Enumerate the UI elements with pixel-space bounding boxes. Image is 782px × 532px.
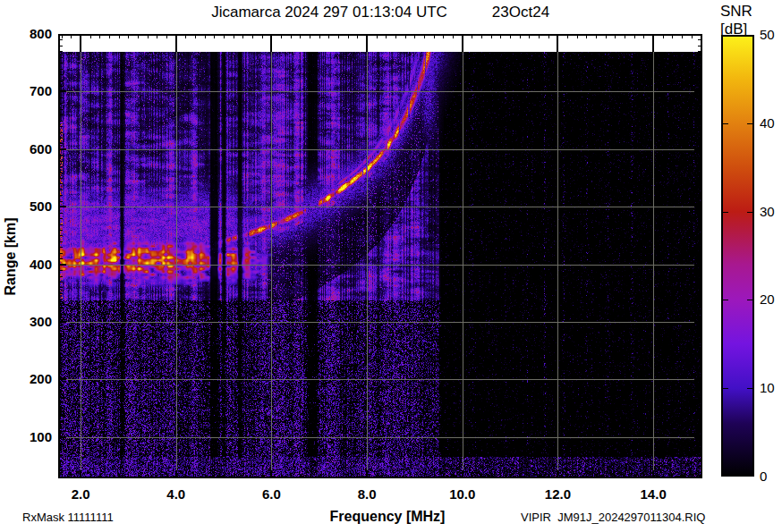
colorbar-tick-label: 40	[760, 115, 775, 131]
y-tick-label: 600	[0, 141, 52, 156]
rx-mask-label: RxMask 11111111	[22, 511, 114, 524]
x-tick-label: 12.0	[545, 486, 571, 502]
colorbar-tick-label: 0	[760, 469, 767, 484]
snr-colorbar	[721, 35, 754, 477]
file-name-label: VIPIR JM91J_2024297011304.RIQ	[521, 511, 705, 524]
ionogram-viewer: Jicamarca 2024 297 01:13:04 UTC 23Oct24 …	[0, 0, 782, 532]
colorbar-tick-label: 10	[760, 380, 775, 395]
x-tick-label: 8.0	[358, 486, 377, 502]
y-tick-label: 800	[0, 26, 52, 41]
y-tick-label: 200	[0, 371, 52, 386]
colorbar-tick-label: 20	[760, 291, 775, 307]
ionogram-heatmap	[58, 34, 702, 478]
y-tick-label: 300	[0, 314, 52, 329]
x-tick-label: 6.0	[262, 486, 281, 502]
x-tick-label: 10.0	[449, 486, 475, 502]
date-label: 23Oct24	[492, 4, 549, 21]
y-tick-label: 100	[0, 429, 52, 444]
x-tick-label: 2.0	[72, 486, 90, 502]
x-axis-title: Frequency [MHz]	[330, 509, 446, 525]
x-tick-label: 14.0	[641, 486, 667, 502]
x-tick-label: 4.0	[166, 486, 185, 502]
y-tick-label: 400	[0, 257, 52, 272]
y-tick-label: 500	[0, 198, 52, 214]
colorbar-tick-label: 30	[760, 204, 775, 219]
colorbar-tick-label: 50	[760, 27, 775, 42]
page-title: Jicamarca 2024 297 01:13:04 UTC	[211, 4, 447, 21]
colorbar-title: SNR [dB]	[720, 3, 761, 38]
y-tick-label: 700	[0, 83, 52, 98]
